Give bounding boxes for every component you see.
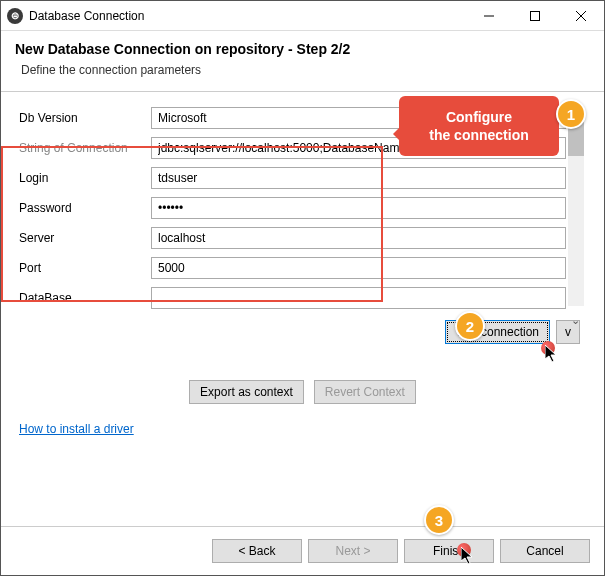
input-login[interactable] [151, 167, 566, 189]
label-server: Server [19, 231, 151, 245]
page-title: New Database Connection on repository - … [15, 41, 590, 57]
link-row: How to install a driver [19, 422, 586, 436]
row-password: Password [19, 196, 566, 220]
install-driver-link[interactable]: How to install a driver [19, 422, 134, 436]
annotation-marker-2: 2 [455, 311, 485, 341]
close-button[interactable] [558, 1, 604, 30]
revert-context-button[interactable]: Revert Context [314, 380, 416, 404]
app-icon: ⊜ [7, 8, 23, 24]
input-port[interactable] [151, 257, 566, 279]
input-database[interactable] [151, 287, 566, 309]
back-button[interactable]: < Back [212, 539, 302, 563]
label-password: Password [19, 201, 151, 215]
cancel-button[interactable]: Cancel [500, 539, 590, 563]
annotation-marker-1: 1 [556, 99, 586, 129]
label-login: Login [19, 171, 151, 185]
annotation-click-dot-2 [457, 543, 471, 557]
minimize-button[interactable] [466, 1, 512, 30]
vertical-scrollbar[interactable] [568, 106, 584, 306]
window-buttons [466, 1, 604, 30]
next-button[interactable]: Next > [308, 539, 398, 563]
row-server: Server [19, 226, 566, 250]
finish-button[interactable]: Finish [404, 539, 494, 563]
svg-rect-1 [531, 11, 540, 20]
annotation-click-dot [541, 341, 555, 355]
chevron-down-icon[interactable]: ⌄ [571, 314, 580, 327]
content-area: Db Version String of Connection Login Pa… [1, 92, 604, 446]
annotation-callout: Configure the connection [399, 96, 559, 156]
row-database: DataBase [19, 286, 566, 310]
maximize-button[interactable] [512, 1, 558, 30]
titlebar: ⊜ Database Connection [1, 1, 604, 31]
label-database: DataBase [19, 291, 151, 305]
wizard-footer: < Back Next > Finish Cancel [1, 526, 604, 575]
export-context-button[interactable]: Export as context [189, 380, 304, 404]
test-row: Test connection v [19, 320, 586, 344]
input-server[interactable] [151, 227, 566, 249]
label-conn-string: String of Connection [19, 141, 151, 155]
row-login: Login [19, 166, 566, 190]
context-row: Export as context Revert Context [19, 380, 586, 404]
wizard-header: New Database Connection on repository - … [1, 31, 604, 91]
annotation-marker-3: 3 [424, 505, 454, 535]
row-port: Port [19, 256, 566, 280]
window-title: Database Connection [29, 9, 466, 23]
input-password[interactable] [151, 197, 566, 219]
label-db-version: Db Version [19, 111, 151, 125]
page-subtitle: Define the connection parameters [15, 63, 590, 77]
label-port: Port [19, 261, 151, 275]
